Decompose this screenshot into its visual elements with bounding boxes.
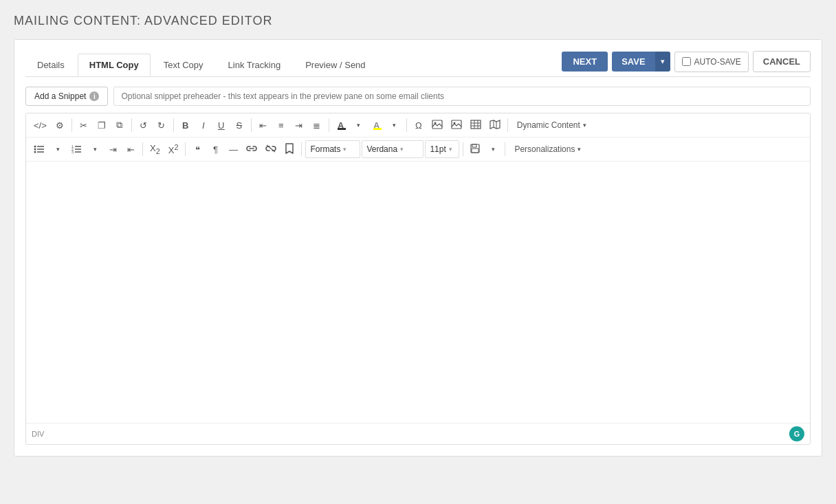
bold-button[interactable]: B <box>177 116 194 134</box>
autosave-checkbox[interactable] <box>682 57 691 66</box>
outdent-button[interactable]: ⇤ <box>122 140 139 158</box>
align-justify-button[interactable]: ≣ <box>309 116 325 134</box>
inline-image-icon <box>432 120 443 131</box>
chevron-down-icon-highlight: ▾ <box>393 122 396 129</box>
subscript-button[interactable]: X2 <box>146 140 164 158</box>
block-image-button[interactable] <box>448 116 465 134</box>
dynamic-content-button[interactable]: Dynamic Content ▾ <box>512 116 592 134</box>
highlight-indicator <box>373 128 382 130</box>
toolbar-row-1: </> ⚙ ✂ ❐ ⧉ ↺ <box>26 113 810 138</box>
chevron-down-icon-personalizations: ▾ <box>578 146 581 153</box>
paste-button[interactable]: ⧉ <box>111 116 128 134</box>
unlink-button[interactable] <box>262 140 280 158</box>
separator-10 <box>301 142 302 156</box>
snippet-row: Add a Snippet i <box>25 87 811 106</box>
font-color-dropdown[interactable]: ▾ <box>351 116 367 134</box>
snippet-input[interactable] <box>113 87 811 106</box>
separator-7 <box>507 118 508 132</box>
cut-icon: ✂ <box>80 120 87 131</box>
editor-content[interactable] <box>26 162 810 423</box>
ol-dropdown[interactable]: ▾ <box>87 140 103 158</box>
bold-icon: B <box>182 120 188 131</box>
tab-preview-send[interactable]: Preview / Send <box>294 54 377 76</box>
superscript-icon: X2 <box>168 143 179 155</box>
indent-icon: ⇥ <box>109 144 117 155</box>
save-dropdown-toolbar[interactable]: ▾ <box>485 140 501 158</box>
map-button[interactable] <box>486 116 504 134</box>
tab-link-tracking[interactable]: Link Tracking <box>217 54 293 76</box>
highlight-button[interactable]: A <box>368 116 385 134</box>
tab-text-copy[interactable]: Text Copy <box>152 54 215 76</box>
link-button[interactable] <box>243 140 261 158</box>
align-right-icon: ⇥ <box>295 120 302 131</box>
table-button[interactable] <box>467 116 485 134</box>
align-center-button[interactable]: ≡ <box>273 116 289 134</box>
ul-icon <box>34 144 45 155</box>
cancel-button[interactable]: CANCEL <box>753 51 811 72</box>
chevron-down-icon-font: ▾ <box>400 146 404 153</box>
strikethrough-button[interactable]: S <box>231 116 248 134</box>
chevron-down-icon-color: ▾ <box>357 122 360 129</box>
hr-button[interactable]: — <box>225 140 241 158</box>
align-right-button[interactable]: ⇥ <box>291 116 307 134</box>
align-left-button[interactable]: ⇤ <box>255 116 272 134</box>
bookmark-button[interactable] <box>281 140 298 158</box>
svg-point-16 <box>34 151 36 153</box>
font-size-select[interactable]: 11pt ▾ <box>425 140 459 158</box>
copy-button[interactable]: ❐ <box>94 116 110 134</box>
toolbar-row-2: ▾ 1.2.3. ▾ ⇥ ⇤ X2 <box>26 138 810 162</box>
italic-icon: I <box>202 120 205 131</box>
formats-label: Formats <box>310 144 340 154</box>
save-toolbar-button[interactable] <box>467 140 483 158</box>
formats-select[interactable]: Formats ▾ <box>305 140 360 158</box>
highlight-wrapper: A <box>373 120 380 131</box>
unlink-icon <box>265 144 276 155</box>
add-snippet-button[interactable]: Add a Snippet i <box>25 87 108 106</box>
blockquote-icon: ❝ <box>195 144 200 155</box>
font-family-label: Verdana <box>366 144 397 154</box>
settings-button[interactable]: ⚙ <box>52 116 68 134</box>
highlight-dropdown[interactable]: ▾ <box>386 116 403 134</box>
autosave-button[interactable]: AUTO-SAVE <box>674 52 749 72</box>
tabs-left: Details HTML Copy Text Copy Link Trackin… <box>25 53 377 75</box>
personalizations-button[interactable]: Personalizations ▾ <box>509 140 586 158</box>
tab-details[interactable]: Details <box>25 54 76 76</box>
cut-button[interactable]: ✂ <box>76 116 92 134</box>
svg-rect-4 <box>471 120 481 129</box>
save-dropdown-button[interactable]: ▾ <box>655 52 670 72</box>
autosave-label: AUTO-SAVE <box>694 57 741 67</box>
source-icon: </> <box>34 120 47 131</box>
italic-button[interactable]: I <box>195 116 212 134</box>
undo-icon: ↺ <box>140 120 147 131</box>
bookmark-icon <box>285 143 294 156</box>
font-family-select[interactable]: Verdana ▾ <box>362 140 424 158</box>
redo-button[interactable]: ↻ <box>153 116 170 134</box>
underline-button[interactable]: U <box>213 116 230 134</box>
personalizations-label: Personalizations <box>514 144 575 154</box>
font-color-button[interactable]: A <box>333 116 349 134</box>
ordered-list-button[interactable]: 1.2.3. <box>67 140 85 158</box>
dynamic-content-label: Dynamic Content <box>517 120 580 130</box>
inline-image-button[interactable] <box>428 116 446 134</box>
tab-html-copy[interactable]: HTML Copy <box>78 54 151 76</box>
separator-12 <box>505 142 505 156</box>
paragraph-button[interactable]: ¶ <box>207 140 223 158</box>
superscript-button[interactable]: X2 <box>165 140 182 158</box>
unordered-list-button[interactable] <box>30 140 48 158</box>
copy-icon: ❐ <box>98 120 106 131</box>
separator-4 <box>251 118 252 132</box>
save-button[interactable]: SAVE <box>612 52 654 72</box>
omega-button[interactable]: Ω <box>410 116 427 134</box>
undo-button[interactable]: ↺ <box>135 116 152 134</box>
blockquote-button[interactable]: ❝ <box>189 140 206 158</box>
tabs-bar: Details HTML Copy Text Copy Link Trackin… <box>25 51 811 77</box>
block-image-icon <box>451 120 462 131</box>
svg-rect-26 <box>472 144 476 147</box>
indent-button[interactable]: ⇥ <box>104 140 121 158</box>
ul-dropdown[interactable]: ▾ <box>50 140 66 158</box>
separator-2 <box>131 118 132 132</box>
next-button[interactable]: NEXT <box>562 52 608 72</box>
source-button[interactable]: </> <box>30 116 50 134</box>
snippet-label: Add a Snippet <box>34 91 86 101</box>
chevron-down-icon-ul: ▾ <box>56 146 60 153</box>
